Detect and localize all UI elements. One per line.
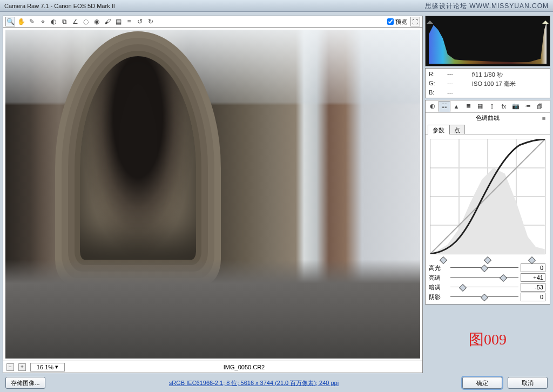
b-label: B: [429, 89, 444, 96]
lights-slider[interactable] [450, 274, 518, 281]
lights-input[interactable] [521, 273, 545, 282]
darks-slider[interactable] [450, 283, 518, 291]
panel-menu-icon[interactable]: ≡ [540, 114, 548, 122]
shadows-label: 阴影 [429, 293, 448, 301]
app-title: Camera Raw 7.1 - Canon EOS 5D Mark II [4, 3, 115, 9]
tab-camera-cal[interactable]: 📷 [510, 101, 522, 112]
workflow-options-link[interactable]: sRGB IEC61966-2.1; 8 位; 5616 x 3744 (21.… [51, 379, 457, 387]
panel-title: 色调曲线 [476, 114, 500, 122]
highlights-input[interactable] [521, 263, 545, 272]
preview-label: 预览 [395, 18, 407, 26]
target-adjust-tool-icon[interactable]: ◐ [49, 17, 58, 26]
darks-label: 暗调 [429, 283, 448, 292]
shadows-input[interactable] [521, 293, 545, 301]
fullscreen-button[interactable]: ⛶ [410, 17, 420, 26]
tone-curve-editor[interactable] [430, 139, 545, 254]
tab-snapshots[interactable]: 🗐 [534, 101, 545, 112]
shadows-slider[interactable] [450, 293, 518, 301]
r-label: R: [429, 71, 444, 79]
save-image-button[interactable]: 存储图像... [5, 377, 45, 389]
tab-detail[interactable]: ▲ [450, 101, 462, 112]
darks-input[interactable] [521, 283, 545, 292]
toolbar: 🔍 ✋ ✎ ⌖ ◐ ⧉ ∠ ◌ ◉ 🖌 ▤ ≡ ↺ ↻ 预览 ⛶ [3, 16, 423, 28]
tab-effects[interactable]: fx [498, 101, 510, 112]
highlights-label: 高光 [429, 264, 448, 272]
tab-basic[interactable]: ◐ [427, 101, 439, 112]
watermark-text: 思缘设计论坛 WWW.MISSYUAN.COM [425, 2, 549, 11]
iso-readout: ISO 100 17 毫米 [472, 80, 547, 88]
tab-hsl[interactable]: ≣ [462, 101, 474, 112]
color-sampler-tool-icon[interactable]: ⌖ [38, 17, 48, 26]
white-balance-tool-icon[interactable]: ✎ [27, 17, 37, 26]
ok-button[interactable]: 确定 [462, 377, 502, 389]
spot-removal-tool-icon[interactable]: ◌ [81, 17, 91, 26]
figure-annotation: 图009 [425, 306, 550, 373]
graduated-filter-icon[interactable]: ▤ [113, 17, 123, 26]
redeye-tool-icon[interactable]: ◉ [92, 17, 102, 26]
zoom-level-select[interactable]: 16.1% ▾ [30, 363, 65, 371]
zoom-in-button[interactable]: + [18, 363, 26, 371]
b-value: --- [447, 89, 469, 96]
info-readout: R: --- f/11 1/80 秒 G: --- ISO 100 17 毫米 … [425, 68, 550, 98]
panel-tabstrip: ◐ ☷ ▲ ≣ ▦ ▯ fx 📷 ≔ 🗐 [426, 100, 550, 112]
zoom-tool-icon[interactable]: 🔍 [5, 17, 15, 26]
lights-label: 亮调 [429, 274, 448, 282]
crop-tool-icon[interactable]: ⧉ [59, 17, 69, 26]
zoom-out-button[interactable]: − [6, 363, 14, 371]
curve-tab-params[interactable]: 参数 [428, 125, 449, 134]
tab-split-toning[interactable]: ▦ [474, 101, 486, 112]
g-label: G: [429, 80, 444, 88]
preview-image[interactable] [5, 30, 420, 359]
hand-tool-icon[interactable]: ✋ [16, 17, 26, 26]
preview-checkbox[interactable]: 预览 [387, 18, 407, 26]
curve-tab-points[interactable]: 点 [449, 125, 465, 134]
straighten-tool-icon[interactable]: ∠ [70, 17, 80, 26]
tab-tone-curve[interactable]: ☷ [439, 101, 450, 112]
g-value: --- [447, 80, 469, 88]
tab-presets[interactable]: ≔ [522, 101, 534, 112]
highlight-clip-warning-icon[interactable] [542, 17, 549, 24]
r-value: --- [447, 71, 469, 79]
prefs-tool-icon[interactable]: ≡ [124, 17, 134, 26]
adjustment-brush-icon[interactable]: 🖌 [103, 17, 112, 26]
tab-lens[interactable]: ▯ [486, 101, 498, 112]
rotate-ccw-icon[interactable]: ↺ [135, 17, 145, 26]
highlights-slider[interactable] [450, 264, 518, 272]
shadow-clip-warning-icon[interactable] [427, 17, 433, 24]
filename-label: IMG_0050.CR2 [69, 364, 419, 370]
exposure-readout: f/11 1/80 秒 [472, 71, 547, 79]
rotate-cw-icon[interactable]: ↻ [146, 17, 156, 26]
cancel-button[interactable]: 取消 [508, 377, 548, 389]
histogram-panel [425, 16, 550, 66]
